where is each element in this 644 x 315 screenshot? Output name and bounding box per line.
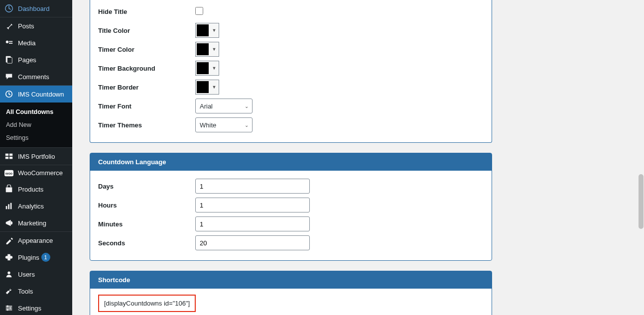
color-swatch bbox=[197, 62, 209, 74]
sidebar-item-label: IMS Countdown bbox=[18, 91, 64, 98]
title-color-label: Title Color bbox=[98, 27, 195, 34]
submenu-add-new[interactable]: Add New bbox=[0, 118, 72, 131]
seconds-input[interactable] bbox=[195, 235, 310, 250]
language-panel-title: Countdown Language bbox=[90, 153, 492, 171]
submenu-all-countdowns[interactable]: All Countdowns bbox=[0, 105, 72, 118]
main-content: Hide Title Title Color ▼ Timer Color bbox=[72, 0, 644, 315]
timer-font-label: Timer Font bbox=[98, 103, 195, 110]
days-input[interactable] bbox=[195, 179, 310, 194]
woo-icon: woo bbox=[4, 170, 14, 177]
update-badge: 1 bbox=[41, 253, 50, 262]
chevron-down-icon: ▼ bbox=[211, 85, 218, 90]
timer-themes-select[interactable]: White bbox=[195, 117, 253, 132]
dashboard-icon bbox=[4, 4, 14, 13]
svg-point-20 bbox=[9, 307, 11, 309]
media-icon bbox=[4, 38, 14, 47]
scrollbar-thumb[interactable] bbox=[639, 174, 644, 229]
clock-icon bbox=[4, 90, 14, 99]
chevron-down-icon: ▼ bbox=[211, 28, 218, 33]
sidebar-item-marketing[interactable]: Marketing bbox=[0, 214, 72, 231]
sidebar-item-settings[interactable]: Settings bbox=[0, 300, 72, 315]
sidebar-item-label: Pages bbox=[18, 56, 36, 64]
sidebar-item-label: Settings bbox=[18, 305, 41, 312]
svg-point-15 bbox=[7, 272, 10, 274]
admin-sidebar: Dashboard Posts Media Pages Comments IMS… bbox=[0, 0, 72, 315]
svg-rect-6 bbox=[9, 154, 12, 156]
timer-background-label: Timer Background bbox=[98, 65, 195, 72]
sidebar-item-woocommerce[interactable]: woo WooCommerce bbox=[0, 165, 72, 181]
sidebar-item-comments[interactable]: Comments bbox=[0, 68, 72, 85]
svg-rect-11 bbox=[6, 187, 12, 192]
users-icon bbox=[4, 270, 14, 279]
timer-border-picker[interactable]: ▼ bbox=[195, 80, 219, 95]
sidebar-item-tools[interactable]: Tools bbox=[0, 283, 72, 300]
title-color-picker[interactable]: ▼ bbox=[195, 23, 219, 38]
pin-icon bbox=[4, 21, 14, 30]
sidebar-item-ims-portfolio[interactable]: IMS Portfolio bbox=[0, 147, 72, 165]
timer-themes-label: Timer Themes bbox=[98, 121, 195, 129]
minutes-label: Minutes bbox=[98, 220, 195, 228]
sidebar-item-label: WooCommerce bbox=[18, 169, 63, 177]
minutes-input[interactable] bbox=[195, 216, 310, 231]
chevron-down-icon: ▼ bbox=[211, 47, 218, 52]
timer-color-picker[interactable]: ▼ bbox=[195, 42, 219, 57]
hide-title-label: Hide Title bbox=[98, 8, 195, 15]
hours-input[interactable] bbox=[195, 198, 310, 212]
sidebar-item-label: IMS Portfolio bbox=[18, 153, 55, 160]
language-panel: Countdown Language Days Hours Minutes Se… bbox=[90, 153, 492, 261]
svg-text:woo: woo bbox=[5, 171, 13, 175]
marketing-icon bbox=[4, 218, 14, 227]
sidebar-item-label: Comments bbox=[18, 73, 49, 81]
hide-title-checkbox[interactable] bbox=[195, 7, 203, 15]
svg-rect-3 bbox=[7, 58, 12, 64]
comments-icon bbox=[4, 72, 14, 81]
sidebar-item-label: Analytics bbox=[18, 203, 44, 210]
seconds-label: Seconds bbox=[98, 239, 195, 247]
sidebar-item-label: Plugins bbox=[18, 254, 39, 261]
timer-border-label: Timer Border bbox=[98, 84, 195, 91]
sidebar-item-label: Marketing bbox=[18, 219, 46, 227]
sidebar-item-label: Posts bbox=[18, 22, 34, 30]
timer-color-label: Timer Color bbox=[98, 46, 195, 53]
shortcode-value[interactable]: [displayCountdowns id="106"] bbox=[98, 295, 196, 312]
products-icon bbox=[4, 185, 14, 194]
sidebar-item-label: Media bbox=[18, 39, 35, 47]
sidebar-item-appearance[interactable]: Appearance bbox=[0, 231, 72, 249]
color-swatch bbox=[197, 24, 209, 36]
svg-point-21 bbox=[7, 309, 9, 311]
sidebar-item-pages[interactable]: Pages bbox=[0, 51, 72, 68]
plugins-icon bbox=[4, 253, 14, 262]
sidebar-item-label: Appearance bbox=[18, 237, 53, 244]
shortcode-panel: Shortcode [displayCountdowns id="106"] bbox=[90, 271, 492, 315]
scrollbar[interactable] bbox=[637, 0, 644, 315]
sidebar-item-ims-countdown[interactable]: IMS Countdown bbox=[0, 85, 72, 103]
submenu-settings[interactable]: Settings bbox=[0, 131, 72, 144]
sidebar-item-analytics[interactable]: Analytics bbox=[0, 198, 72, 214]
sidebar-item-label: Products bbox=[18, 186, 43, 193]
timer-background-picker[interactable]: ▼ bbox=[195, 61, 219, 76]
timer-font-select[interactable]: Arial bbox=[195, 99, 253, 113]
sidebar-item-media[interactable]: Media bbox=[0, 34, 72, 51]
svg-rect-14 bbox=[10, 203, 12, 210]
appearance-icon bbox=[4, 236, 14, 245]
tools-icon bbox=[4, 287, 14, 296]
sidebar-item-users[interactable]: Users bbox=[0, 266, 72, 283]
sidebar-item-posts[interactable]: Posts bbox=[0, 17, 72, 34]
color-swatch bbox=[197, 81, 209, 93]
chevron-down-icon: ▼ bbox=[211, 66, 218, 71]
analytics-icon bbox=[4, 202, 14, 210]
svg-rect-5 bbox=[5, 154, 8, 156]
sidebar-item-dashboard[interactable]: Dashboard bbox=[0, 0, 72, 17]
days-label: Days bbox=[98, 183, 195, 190]
hours-label: Hours bbox=[98, 202, 195, 209]
style-panel: Hide Title Title Color ▼ Timer Color bbox=[90, 0, 492, 143]
sidebar-item-label: Dashboard bbox=[18, 5, 50, 12]
settings-icon bbox=[4, 304, 14, 313]
shortcode-panel-title: Shortcode bbox=[90, 271, 492, 289]
portfolio-icon bbox=[4, 152, 14, 161]
sidebar-item-products[interactable]: Products bbox=[0, 181, 72, 198]
svg-rect-12 bbox=[6, 206, 7, 209]
color-swatch bbox=[197, 43, 209, 55]
svg-point-1 bbox=[6, 41, 8, 43]
sidebar-item-plugins[interactable]: Plugins 1 bbox=[0, 249, 72, 266]
